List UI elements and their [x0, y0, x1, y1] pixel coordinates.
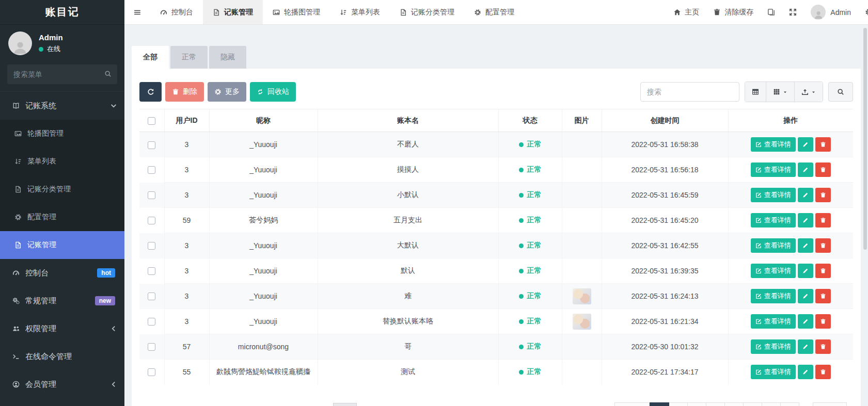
row-checkbox[interactable]	[148, 318, 155, 326]
export-button[interactable]	[794, 82, 823, 102]
sidebar-item-permission-management[interactable]: 权限管理	[0, 315, 124, 343]
user-avatar[interactable]	[8, 31, 32, 55]
trash-icon	[820, 242, 826, 249]
view-detail-button[interactable]: 查看详情	[751, 314, 796, 329]
delete-row-button[interactable]	[815, 314, 831, 329]
column-header[interactable]: 昵称	[209, 109, 318, 132]
view-detail-button[interactable]: 查看详情	[751, 365, 796, 379]
delete-row-button[interactable]	[815, 264, 831, 278]
sidebar-item-accounting-management[interactable]: 记账管理	[0, 231, 124, 259]
status-cell: 正常	[498, 132, 562, 157]
docs-icon	[767, 8, 775, 16]
view-detail-button[interactable]: 查看详情	[751, 213, 796, 228]
nav-tab-menu-list[interactable]: 菜单列表	[330, 0, 390, 24]
column-header[interactable]: 用户ID	[164, 109, 209, 132]
row-checkbox[interactable]	[148, 242, 155, 250]
row-checkbox[interactable]	[148, 191, 155, 199]
edit-row-button[interactable]	[798, 137, 813, 152]
tab-normal[interactable]: 正常	[170, 46, 208, 69]
row-checkbox[interactable]	[148, 368, 155, 376]
column-header[interactable]: 创建时间	[602, 109, 728, 132]
row-checkbox[interactable]	[148, 267, 155, 275]
sidebar-item-accounting-system[interactable]: 记账系统	[0, 92, 124, 120]
edit-row-button[interactable]	[798, 289, 813, 303]
sidebar-item-category-management[interactable]: 记账分类管理	[0, 175, 124, 203]
columns-button[interactable]	[766, 82, 794, 102]
edit-row-button[interactable]	[798, 238, 813, 253]
clear-cache-link[interactable]: 清除缓存	[713, 8, 753, 17]
status-dot	[519, 168, 524, 172]
sidebar-item-online-command-management[interactable]: 在线命令管理	[0, 343, 124, 370]
delete-row-button[interactable]	[815, 137, 831, 152]
table-search-input[interactable]	[640, 82, 739, 102]
delete-row-button[interactable]	[815, 213, 831, 228]
delete-button[interactable]: 删除	[165, 82, 204, 102]
home-link[interactable]: 主页	[673, 8, 699, 17]
status-cell: 正常	[498, 157, 562, 183]
column-header[interactable]: 账本名	[318, 109, 498, 132]
edit-row-button[interactable]	[798, 314, 813, 329]
delete-row-button[interactable]	[815, 188, 831, 202]
edit-row-button[interactable]	[798, 213, 813, 228]
delete-row-button[interactable]	[815, 238, 831, 253]
row-checkbox[interactable]	[148, 166, 155, 174]
nav-tab-dashboard[interactable]: 控制台	[150, 0, 203, 24]
search-button[interactable]	[828, 82, 853, 102]
scrollbar[interactable]	[863, 28, 867, 250]
nav-tab-accounting-management[interactable]: 记账管理	[203, 0, 263, 24]
sidebar-item-dashboard[interactable]: 控制台hot	[0, 259, 124, 287]
column-header[interactable]: 操作	[728, 109, 853, 132]
view-detail-button[interactable]: 查看详情	[751, 264, 796, 278]
more-button[interactable]: 更多	[208, 82, 246, 102]
tab-hidden[interactable]: 隐藏	[209, 46, 246, 69]
view-detail-button[interactable]: 查看详情	[751, 188, 796, 202]
view-detail-button[interactable]: 查看详情	[751, 163, 796, 177]
delete-row-button[interactable]	[815, 163, 831, 177]
edit-row-button[interactable]	[798, 163, 813, 177]
edit-row-button[interactable]	[798, 365, 813, 379]
view-detail-button[interactable]: 查看详情	[751, 137, 796, 152]
common-search-button[interactable]	[745, 82, 766, 102]
edit-row-button[interactable]	[798, 188, 813, 202]
book-thumbnail[interactable]	[573, 288, 591, 304]
row-checkbox[interactable]	[148, 217, 155, 224]
column-header[interactable]: 图片	[562, 109, 602, 132]
delete-row-button[interactable]	[815, 365, 831, 379]
sidebar-item-general-management[interactable]: 常规管理new	[0, 287, 124, 315]
sidebar-item-member-management[interactable]: 会员管理	[0, 370, 124, 398]
nav-tab-config-management[interactable]: 配置管理	[464, 0, 524, 24]
refresh-button[interactable]	[139, 82, 162, 102]
user-menu[interactable]: Admin	[811, 5, 851, 20]
row-checkbox[interactable]	[148, 293, 155, 300]
delete-row-button[interactable]	[815, 339, 831, 354]
row-checkbox[interactable]	[148, 141, 155, 149]
file-icon	[213, 9, 220, 16]
column-header[interactable]: 状态	[498, 109, 562, 132]
sidebar-item-menu-list[interactable]: 菜单列表	[0, 148, 124, 175]
docs-button[interactable]	[767, 8, 775, 16]
view-detail-button[interactable]: 查看详情	[751, 339, 796, 354]
select-all-checkbox[interactable]	[148, 117, 155, 125]
nav-tab-category-management[interactable]: 记账分类管理	[390, 0, 464, 24]
menu-search-input[interactable]	[7, 64, 117, 84]
edit-row-button[interactable]	[798, 339, 813, 354]
row-checkbox[interactable]	[148, 343, 155, 351]
status-dot	[519, 243, 524, 248]
nav-tab-carousel-management[interactable]: 轮播图管理	[263, 0, 330, 24]
pencil-icon	[802, 268, 809, 274]
recycle-bin-button[interactable]: 回收站	[250, 82, 296, 102]
edit-icon	[755, 242, 762, 249]
delete-row-button[interactable]	[815, 289, 831, 303]
sidebar-item-carousel-management[interactable]: 轮播图管理	[0, 120, 124, 148]
settings-button[interactable]	[865, 8, 868, 16]
sidebar-toggle-button[interactable]	[124, 0, 150, 24]
edit-row-button[interactable]	[798, 264, 813, 278]
tab-all[interactable]: 全部	[132, 46, 169, 69]
sidebar-item-config-management[interactable]: 配置管理	[0, 203, 124, 231]
pagination-bar[interactable]	[614, 402, 847, 406]
book-thumbnail[interactable]	[573, 314, 591, 330]
fullscreen-button[interactable]	[789, 8, 797, 16]
page-size-select[interactable]	[333, 403, 357, 406]
view-detail-button[interactable]: 查看详情	[751, 238, 796, 253]
view-detail-button[interactable]: 查看详情	[751, 289, 796, 303]
